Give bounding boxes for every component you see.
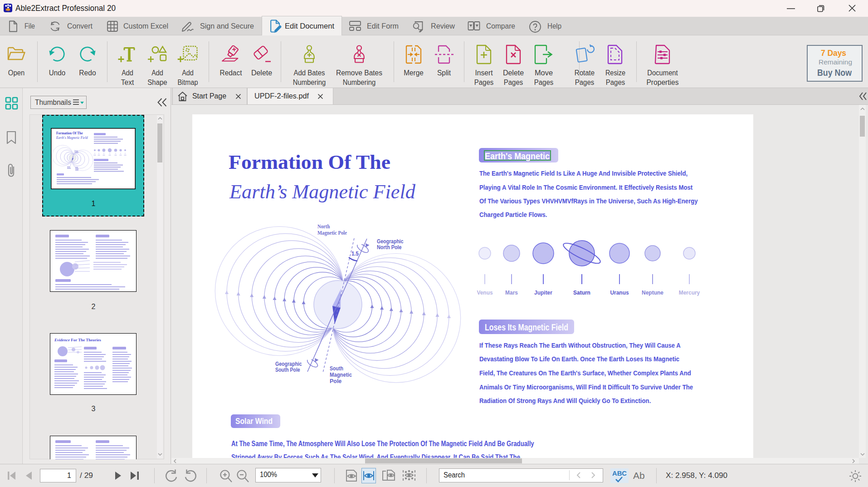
svg-text:North: North: [317, 224, 330, 229]
svg-text:Geographic: Geographic: [377, 238, 404, 244]
svg-text:Magnetic: Magnetic: [330, 372, 352, 378]
svg-text:Evidence For The Theories: Evidence For The Theories: [54, 338, 101, 342]
svg-text:South Pole: South Pole: [275, 367, 300, 373]
svg-text:South: South: [330, 365, 343, 371]
svg-text:Mars: Mars: [505, 290, 518, 296]
svg-text:Pole: Pole: [330, 378, 341, 384]
svg-text:Magnetic Pole: Magnetic Pole: [317, 230, 347, 236]
svg-text:Formation Of The: Formation Of The: [56, 131, 83, 135]
svg-text:Jupiter: Jupiter: [534, 290, 552, 296]
svg-text:Neptune: Neptune: [642, 290, 663, 296]
svg-text:Mercury: Mercury: [679, 290, 700, 296]
svg-text:1.5: 1.5: [351, 251, 359, 256]
svg-text:Saturn: Saturn: [573, 290, 590, 296]
svg-text:Earth's Magnetic Field: Earth's Magnetic Field: [56, 136, 88, 140]
svg-text:Geographic: Geographic: [275, 361, 302, 367]
svg-text:Uranus: Uranus: [610, 290, 629, 296]
svg-text:North Pole: North Pole: [377, 245, 402, 251]
